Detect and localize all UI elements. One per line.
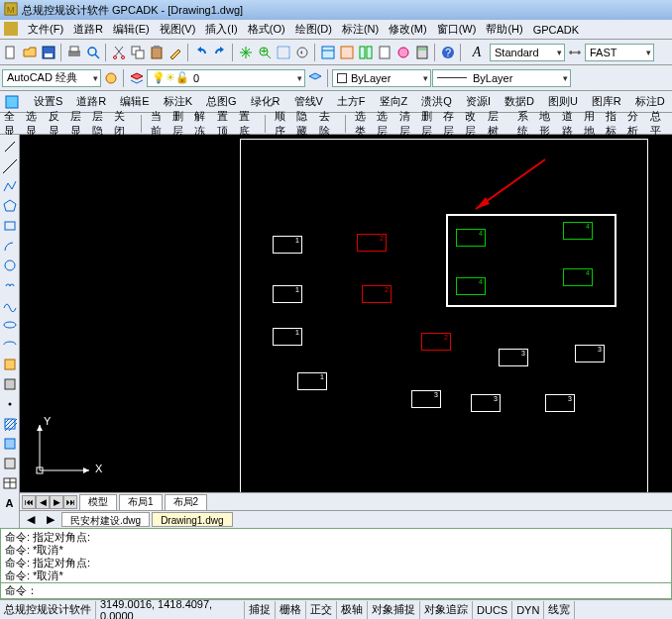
color-combo[interactable]: ByLayer: [332, 69, 431, 87]
open-icon[interactable]: [21, 44, 39, 61]
module-tab[interactable]: 标注K: [164, 94, 192, 109]
menu-item[interactable]: 帮助(H): [486, 22, 522, 37]
category-button[interactable]: 用地: [584, 109, 602, 139]
circle-icon[interactable]: [2, 258, 18, 273]
module-tab[interactable]: 土方F: [337, 94, 366, 109]
ellipse-icon[interactable]: [2, 317, 18, 333]
category-button[interactable]: 道路: [562, 109, 580, 139]
command-window[interactable]: 命令: 指定对角点: 命令: *取消* 命令: 指定对角点: 命令: *取消*: [0, 528, 672, 583]
filter-button[interactable]: 删层: [421, 109, 439, 139]
gradient-icon[interactable]: [2, 436, 18, 452]
workspace-combo[interactable]: AutoCAD 经典: [2, 69, 101, 87]
redo-icon[interactable]: [211, 44, 229, 61]
module-tab[interactable]: 数据D: [504, 94, 534, 109]
filter-button[interactable]: 删层: [172, 109, 190, 139]
zoom-window-icon[interactable]: [275, 44, 292, 61]
line-icon[interactable]: [2, 139, 18, 155]
textstyle-combo[interactable]: Standard: [490, 44, 565, 61]
filter-button[interactable]: 置底: [239, 109, 257, 139]
status-toggle[interactable]: 极轴: [337, 601, 368, 619]
layer-manager-icon[interactable]: [128, 69, 146, 87]
help-icon[interactable]: ?: [439, 44, 457, 61]
point-icon[interactable]: [2, 396, 18, 412]
status-toggle[interactable]: 捕捉: [245, 601, 276, 619]
menu-item[interactable]: 修改(M): [389, 22, 427, 37]
module-tab[interactable]: 标注D: [635, 94, 665, 109]
save-icon[interactable]: [40, 44, 57, 61]
menu-item[interactable]: 道路R: [73, 22, 103, 37]
menu-item[interactable]: 文件(F): [28, 22, 63, 37]
print-icon[interactable]: [65, 44, 83, 61]
menu-item[interactable]: GPCADK: [533, 24, 579, 36]
filter-button[interactable]: 层树: [488, 109, 505, 139]
filter-button[interactable]: 选层: [377, 109, 394, 139]
model-viewport[interactable]: 1 1 1 1 3 3 3 3 3 2 2 2 4 4 4 4 X Y: [20, 135, 672, 492]
tab-nav-icon[interactable]: ▶: [42, 511, 59, 529]
arc-icon[interactable]: [2, 238, 18, 254]
tab-last-icon[interactable]: ⏭: [63, 495, 77, 509]
filter-button[interactable]: 去除: [319, 109, 337, 139]
tab-prev-icon[interactable]: ◀: [36, 495, 50, 509]
status-toggle[interactable]: 栅格: [276, 601, 306, 619]
layer-combo[interactable]: 💡 ☀ 🔓 0: [147, 69, 305, 87]
status-toggle[interactable]: 对象捕捉: [368, 601, 420, 619]
module-tab[interactable]: 管线V: [294, 94, 323, 109]
filter-button[interactable]: 选显: [26, 109, 44, 139]
menu-item[interactable]: 视图(V): [160, 22, 196, 37]
pan-icon[interactable]: [237, 44, 255, 61]
zoom-prev-icon[interactable]: [293, 44, 311, 61]
menu-item[interactable]: 插入(I): [205, 22, 237, 37]
module-tab[interactable]: 图则U: [548, 94, 578, 109]
region-icon[interactable]: [2, 456, 18, 471]
filter-button[interactable]: 改层: [465, 109, 483, 139]
workspace-settings-icon[interactable]: [102, 69, 120, 87]
ellipsearc-icon[interactable]: [2, 337, 18, 353]
module-tab[interactable]: 资源I: [466, 94, 491, 109]
match-icon[interactable]: [167, 44, 184, 61]
filter-button[interactable]: 解冻: [194, 109, 212, 139]
filter-button[interactable]: 层隐: [92, 109, 110, 139]
hatch-icon[interactable]: [2, 416, 18, 432]
module-tab[interactable]: 溃洪Q: [421, 94, 452, 109]
status-toggle[interactable]: 线宽: [544, 601, 575, 619]
filter-button[interactable]: 清层: [399, 109, 417, 139]
paste-icon[interactable]: [148, 44, 166, 61]
module-tab[interactable]: 竖向Z: [380, 94, 408, 109]
module-tab[interactable]: 编辑E: [120, 94, 149, 109]
filter-button[interactable]: 关闭: [114, 109, 132, 139]
menu-item[interactable]: 窗口(W): [437, 22, 477, 37]
category-button[interactable]: 分析: [627, 109, 645, 139]
mtext-icon[interactable]: A: [2, 495, 18, 511]
status-toggle[interactable]: DYN: [512, 601, 544, 619]
undo-icon[interactable]: [192, 44, 210, 61]
status-toggle[interactable]: 正交: [306, 601, 337, 619]
module-tab[interactable]: 道路R: [76, 94, 106, 109]
module-tab[interactable]: 绿化R: [251, 94, 280, 109]
dimstyle-icon[interactable]: [566, 44, 584, 61]
layer-prev-icon[interactable]: [306, 69, 324, 87]
sheet-icon[interactable]: [376, 44, 393, 61]
toolpalette-icon[interactable]: [357, 44, 375, 61]
category-button[interactable]: 指标: [606, 109, 623, 139]
linetype-combo[interactable]: ByLayer: [432, 69, 571, 87]
properties-icon[interactable]: [319, 44, 337, 61]
cut-icon[interactable]: [110, 44, 128, 61]
designcenter-icon[interactable]: [338, 44, 356, 61]
polygon-icon[interactable]: [2, 198, 18, 214]
tab-first-icon[interactable]: ⏮: [22, 495, 36, 509]
preview-icon[interactable]: [84, 44, 102, 61]
module-tab[interactable]: 设置S: [34, 94, 62, 109]
filter-button[interactable]: 层显: [70, 109, 88, 139]
menu-item[interactable]: 格式(O): [248, 22, 285, 37]
block-icon[interactable]: [2, 376, 18, 392]
filter-button[interactable]: 当前: [151, 109, 168, 139]
document-tab[interactable]: Drawing1.dwg: [152, 512, 232, 527]
pline-icon[interactable]: [2, 178, 18, 194]
category-button[interactable]: 总平: [650, 109, 668, 139]
filter-button[interactable]: 反显: [49, 109, 66, 139]
calc-icon[interactable]: [413, 44, 431, 61]
document-tab[interactable]: 民安村建设.dwg: [61, 512, 150, 527]
filter-button[interactable]: 顺序: [275, 109, 292, 139]
module-tab[interactable]: 总图G: [206, 94, 237, 109]
markup-icon[interactable]: [394, 44, 412, 61]
